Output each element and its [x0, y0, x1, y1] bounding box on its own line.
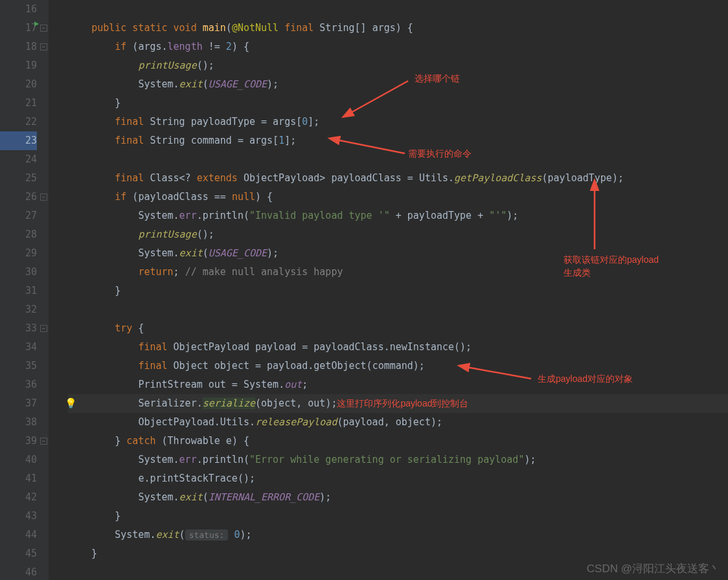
code-line[interactable]: if (payloadClass == null) {: [68, 188, 728, 206]
code-line[interactable]: ObjectPayload.Utils.releasePayload(paylo…: [68, 413, 728, 432]
annotation-label: 选择哪个链: [415, 73, 460, 85]
code-line[interactable]: [68, 150, 728, 169]
line-no: 19: [0, 56, 37, 75]
line-no: 44: [0, 526, 37, 544]
fold-icon[interactable]: −: [40, 438, 47, 445]
line-no: 46: [0, 563, 37, 580]
line-no: 22: [0, 113, 37, 131]
line-no: 34: [0, 338, 37, 357]
watermark: CSDN @浔阳江头夜送客丶: [587, 561, 720, 576]
line-no-breakpoint[interactable]: 23: [0, 131, 37, 150]
line-no: 29: [0, 244, 37, 263]
code-line[interactable]: final Object object = payload.getObject(…: [68, 357, 728, 375]
code-line[interactable]: System.err.println("Invalid payload type…: [68, 206, 728, 225]
line-no: 31: [0, 282, 37, 300]
code-line[interactable]: public static void main(@NotNull final S…: [68, 19, 728, 38]
code-line[interactable]: [68, 0, 728, 19]
line-no: 41: [0, 469, 37, 488]
intention-bulb-icon[interactable]: 💡: [65, 397, 77, 409]
code-area[interactable]: − − − − − public static void main(@NotNu…: [49, 0, 728, 580]
code-line[interactable]: e.printStackTrace();: [68, 469, 728, 488]
line-no: 30: [0, 263, 37, 282]
code-line[interactable]: [68, 300, 728, 319]
code-line[interactable]: printUsage();: [68, 225, 728, 244]
line-no: 20: [0, 75, 37, 94]
code-line[interactable]: System.err.println("Error while generati…: [68, 451, 728, 469]
code-line[interactable]: }: [68, 544, 728, 563]
code-line[interactable]: final String payloadType = args[0];: [68, 113, 728, 131]
annotation-label: 需要执行的命令: [408, 148, 472, 160]
code-line[interactable]: }: [68, 507, 728, 526]
fold-icon[interactable]: −: [40, 325, 47, 332]
code-line[interactable]: System.exit(INTERNAL_ERROR_CODE);: [68, 488, 728, 507]
line-no: 26: [0, 188, 37, 206]
line-no: 21: [0, 94, 37, 113]
line-no: 37: [0, 394, 37, 413]
run-icon[interactable]: ▶: [34, 19, 39, 28]
code-line[interactable]: }: [68, 94, 728, 113]
line-no: 24: [0, 150, 37, 169]
annotation-label: 获取该链对应的payload: [563, 254, 659, 266]
line-no: 40: [0, 451, 37, 469]
fold-icon[interactable]: −: [40, 194, 47, 201]
line-no: 36: [0, 375, 37, 394]
annotation-label: 生成payload对应的对象: [538, 374, 633, 385]
line-no: 17: [0, 19, 37, 38]
annotation-label: 生成类: [563, 267, 591, 279]
inline-annotation: 这里打印序列化payload到控制台: [337, 398, 468, 408]
code-line[interactable]: }: [68, 282, 728, 300]
code-line-current[interactable]: Serializer.serialize(object, out);这里打印序列…: [68, 394, 728, 413]
line-no: 33: [0, 319, 37, 338]
line-no: 28: [0, 225, 37, 244]
code-line[interactable]: } catch (Throwable e) {: [68, 432, 728, 451]
line-no: 38: [0, 413, 37, 432]
code-line[interactable]: final Class<? extends ObjectPayload> pay…: [68, 169, 728, 188]
line-no: 39: [0, 432, 37, 451]
code-editor[interactable]: 16 17 18 19 20 21 22 23 24 25 26 27 28 2…: [0, 0, 728, 580]
code-line[interactable]: if (args.length != 2) {: [68, 38, 728, 56]
line-no: 43: [0, 507, 37, 526]
line-no: 16: [0, 0, 37, 19]
code-line[interactable]: final String command = args[1];: [68, 131, 728, 150]
code-line[interactable]: System.exit(USAGE_CODE);: [68, 75, 728, 94]
line-no: 42: [0, 488, 37, 507]
line-no: 25: [0, 169, 37, 188]
code-line[interactable]: try {: [68, 319, 728, 338]
code-line[interactable]: System.exit(status: 0);: [68, 526, 728, 544]
line-no: 32: [0, 300, 37, 319]
code-line[interactable]: final ObjectPayload payload = payloadCla…: [68, 338, 728, 357]
line-no: 27: [0, 206, 37, 225]
line-no: 45: [0, 544, 37, 563]
code-line[interactable]: printUsage();: [68, 56, 728, 75]
line-no: 18: [0, 38, 37, 56]
gutter: 16 17 18 19 20 21 22 23 24 25 26 27 28 2…: [0, 0, 49, 580]
fold-icon[interactable]: −: [40, 25, 47, 32]
fold-icon[interactable]: −: [40, 43, 47, 50]
param-hint: status:: [185, 530, 229, 541]
line-no: 35: [0, 357, 37, 375]
